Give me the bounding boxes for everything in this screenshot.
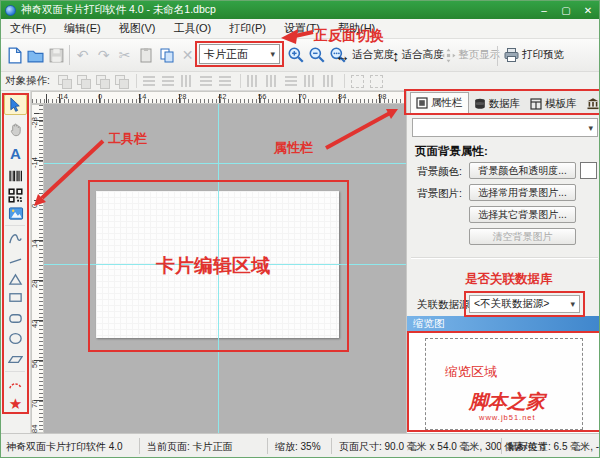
full-page-label: 整页显示 — [458, 48, 500, 62]
menu-help[interactable]: 帮助(H) — [329, 19, 384, 38]
maximize-button[interactable]: ▢ — [555, 1, 577, 19]
select-tool[interactable] — [4, 94, 27, 115]
tab-templates[interactable]: 模板库 — [525, 94, 582, 114]
barcode-tool[interactable] — [4, 165, 27, 186]
ellipse-tool[interactable] — [4, 328, 27, 349]
clear-bg-button[interactable]: 清空背景图片 — [469, 228, 576, 245]
cut-button[interactable]: ✂ — [114, 43, 135, 67]
ruler-label: 14 — [138, 92, 146, 101]
tab-label: 模板库 — [545, 97, 577, 111]
arc-tool[interactable] — [4, 374, 27, 395]
datasource-dropdown[interactable]: <不关联数据源> ▾ — [469, 295, 580, 313]
print-preview-label: 打印预览 — [522, 48, 564, 62]
card-canvas[interactable] — [44, 104, 406, 433]
same-size-icon[interactable] — [349, 74, 366, 88]
datasource-label: 关联数据源: — [417, 298, 472, 312]
curve-tool[interactable] — [4, 228, 27, 249]
align-top-icon[interactable] — [179, 74, 196, 88]
distribute-h-icon[interactable] — [264, 74, 281, 88]
zoom-in-button[interactable] — [285, 43, 306, 67]
align-right-icon[interactable] — [217, 74, 234, 88]
line-tool[interactable] — [4, 250, 27, 271]
open-file-icon — [27, 47, 44, 64]
pan-tool[interactable] — [4, 119, 27, 140]
fit-height-icon: ↕ — [392, 47, 400, 64]
menu-tools[interactable]: 工具(O) — [164, 19, 220, 38]
save-button[interactable] — [46, 43, 67, 67]
group-icon[interactable] — [56, 74, 73, 88]
resize-icon[interactable] — [368, 74, 385, 88]
ungroup-icon[interactable] — [75, 74, 92, 88]
undo-button[interactable]: ↶ — [72, 43, 93, 67]
paste-button[interactable] — [135, 43, 156, 67]
choose-common-bg-button[interactable]: 选择常用背景图片... — [469, 184, 576, 201]
same-width-icon[interactable] — [302, 74, 319, 88]
card-face-selector[interactable]: 卡片正面 ▾ — [199, 44, 280, 64]
window-title: 神奇双面卡片打印软件 4.0 - 未命名1.dbcp — [21, 3, 216, 17]
ruler-label: 84 — [338, 92, 346, 101]
open-file-button[interactable] — [25, 43, 46, 67]
align-middle-icon[interactable] — [198, 74, 215, 88]
text-tool[interactable]: A — [4, 143, 27, 164]
minimize-button[interactable]: – — [533, 1, 555, 19]
ruler-label: 70 — [30, 400, 39, 408]
fit-height-button[interactable]: ↕ 适合高度 — [392, 43, 444, 67]
tool-palette: A ★ — [1, 91, 31, 433]
ruler-label: 0 — [30, 204, 39, 208]
thumbnail-preview[interactable]: 缩览区域 脚本之家 www.jb51.net — [407, 331, 600, 433]
zoom-in-icon — [287, 46, 305, 64]
rounded-rectangle-tool[interactable] — [4, 308, 27, 329]
triangle-icon — [8, 272, 23, 287]
fit-width-icon: ↔ — [335, 47, 350, 64]
menu-edit[interactable]: 编辑(E) — [55, 19, 110, 38]
database-icon — [474, 98, 486, 110]
tab-materials[interactable]: 素材网 — [582, 94, 600, 114]
guide-line-horizontal — [44, 163, 406, 164]
close-button[interactable]: ✕ — [577, 1, 599, 19]
align-left-icon[interactable] — [141, 74, 158, 88]
ruler-label: 84 — [30, 425, 39, 433]
same-height-icon[interactable] — [321, 74, 338, 88]
card-page[interactable] — [96, 191, 339, 338]
bg-color-swatch[interactable] — [580, 162, 597, 179]
delete-button[interactable]: ✕ — [177, 43, 198, 67]
distribute-v-icon[interactable] — [283, 74, 300, 88]
align-bottom-icon[interactable] — [245, 74, 262, 88]
tab-properties[interactable]: 属性栏 — [410, 92, 469, 114]
full-page-button[interactable]: 整页显示 — [441, 43, 500, 67]
fit-height-label: 适合高度 — [402, 48, 444, 62]
align-center-icon[interactable] — [160, 74, 177, 88]
menu-settings[interactable]: 设置(T) — [275, 19, 329, 38]
chevron-down-icon: ▾ — [270, 49, 275, 59]
new-file-button[interactable] — [4, 43, 25, 67]
menu-view[interactable]: 视图(V) — [110, 19, 165, 38]
bg-color-label: 背景颜色: — [417, 165, 462, 179]
choose-other-bg-button[interactable]: 选择其它背景图片... — [469, 206, 576, 223]
zoom-out-button[interactable] — [306, 43, 327, 67]
duplicate-button[interactable] — [156, 43, 177, 67]
bring-front-icon[interactable] — [94, 74, 111, 88]
fit-width-button[interactable]: ↔ 适合宽度 — [335, 43, 394, 67]
ruler-label: -14 — [30, 157, 39, 168]
ruler-label: 70 — [298, 92, 306, 101]
parallelogram-icon — [8, 352, 23, 367]
bg-color-button[interactable]: 背景颜色和透明度... — [469, 162, 576, 179]
main-toolbar: ↶ ↷ ✂ ✕ 卡片正面 ▾ ↔ 适合宽度 ↕ 适合高度 整页显示 — [1, 39, 600, 72]
tab-database[interactable]: 数据库 — [469, 94, 526, 114]
rectangle-tool[interactable] — [4, 287, 27, 308]
parallelogram-tool[interactable] — [4, 349, 27, 370]
tab-label: 属性栏 — [431, 96, 463, 110]
menu-file[interactable]: 文件(F) — [1, 19, 55, 38]
star-tool[interactable]: ★ — [4, 393, 27, 414]
print-preview-button[interactable]: 打印预览 — [503, 43, 564, 67]
arc-icon — [8, 377, 23, 392]
send-back-icon[interactable] — [113, 74, 130, 88]
object-operations-bar: 对象操作: — [1, 72, 600, 91]
image-tool[interactable] — [4, 203, 27, 224]
object-selector-dropdown[interactable]: ▾ — [412, 118, 598, 137]
properties-icon — [416, 97, 428, 109]
redo-button[interactable]: ↷ — [93, 43, 114, 67]
menu-print[interactable]: 打印(P) — [220, 19, 275, 38]
barcode-icon — [8, 169, 23, 183]
card-face-value: 卡片正面 — [204, 47, 248, 62]
